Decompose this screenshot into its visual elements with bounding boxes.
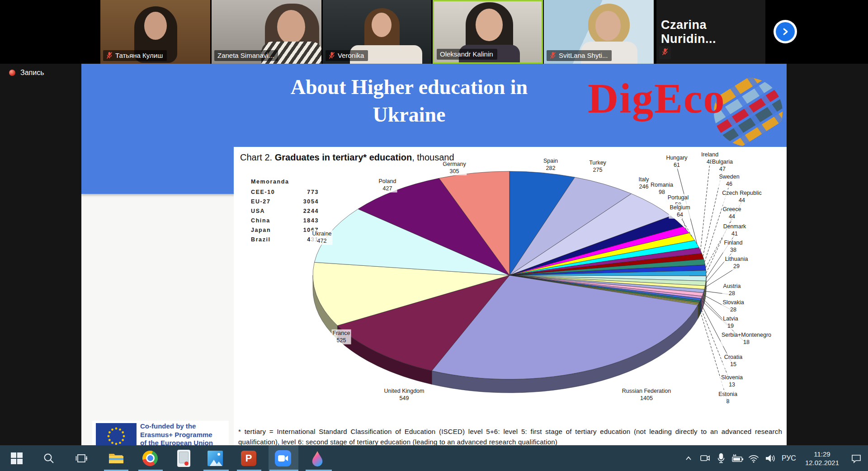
person-silhouette	[476, 9, 503, 41]
shared-presentation-slide: About Higher education in Ukraine	[81, 64, 787, 445]
participant-name-badge: Татьяна Кулиш	[103, 50, 167, 61]
pie-leader-line	[706, 202, 742, 268]
pie-leader-line	[704, 291, 732, 295]
record-dot-icon	[9, 70, 15, 76]
action-center-button[interactable]	[844, 445, 868, 471]
participant-name: SvitLana Shyti...	[559, 52, 608, 59]
tray-date: 12.02.2021	[805, 458, 839, 467]
pie-leader-line	[706, 235, 735, 278]
screen-recorder-taskbar-icon[interactable]	[173, 445, 194, 471]
participant-name: Zaneta Simanavi...	[217, 52, 274, 59]
pie-leader-line	[706, 218, 732, 273]
pie-leader-line	[705, 185, 730, 262]
pie-leader-line	[701, 163, 710, 250]
zoom-app-icon	[275, 450, 291, 466]
participant-name-badge: SvitLana Shyti...	[547, 50, 612, 61]
photos-icon	[208, 451, 223, 466]
file-explorer-taskbar-icon[interactable]	[105, 445, 127, 471]
paint3d-icon	[310, 450, 325, 466]
pie-leader-line	[703, 170, 722, 256]
chrome-icon	[142, 451, 158, 466]
tray-time: 11:29	[805, 450, 839, 458]
powerpoint-taskbar-icon[interactable]: P	[238, 445, 259, 471]
windows-taskbar: P	[0, 445, 868, 471]
muted-mic-icon	[106, 52, 113, 59]
zoom-taskbar-icon[interactable]	[272, 445, 294, 471]
zoom-meeting-window: Татьяна Кулиш Zaneta Simanavi... Veronik…	[0, 0, 868, 471]
eu-cofunded-block: Co-funded by the Erasmus+ Programme of t…	[92, 421, 229, 446]
tray-language-indicator[interactable]: РУС	[778, 454, 800, 462]
pie-leader-line	[701, 300, 746, 344]
eu-flag-icon	[96, 423, 137, 446]
tray-camera-icon[interactable]	[697, 445, 713, 471]
powerpoint-icon: P	[241, 451, 256, 466]
participant-name: Oleksandr Kalinin	[440, 50, 493, 58]
tray-battery-icon[interactable]	[729, 445, 745, 471]
search-icon	[43, 452, 55, 464]
task-view-button[interactable]	[71, 445, 92, 471]
tray-volume-icon[interactable]	[762, 445, 778, 471]
screen-recorder-icon	[177, 450, 190, 467]
pie-chart	[234, 147, 787, 446]
pie-leader-line	[703, 295, 734, 311]
tray-clock[interactable]: 11:29 12.02.2021	[800, 450, 844, 467]
digeco-logo: DigEco	[588, 70, 800, 147]
pie-leader-line	[700, 301, 733, 366]
participant-video-strip: Татьяна Кулиш Zaneta Simanavi... Veronik…	[0, 0, 868, 64]
person-silhouette	[277, 10, 305, 44]
search-button[interactable]	[38, 445, 60, 471]
next-participants-button[interactable]	[774, 20, 797, 43]
participant-name-badge: Oleksandr Kalinin	[437, 49, 497, 60]
pie-leader-line	[699, 303, 732, 386]
muted-mic-icon	[662, 48, 668, 56]
participant-name: Татьяна Кулиш	[115, 52, 163, 59]
person-silhouette	[595, 11, 621, 41]
pie-slice-side	[698, 302, 699, 317]
chrome-taskbar-icon[interactable]	[139, 445, 161, 471]
chart-footnote: * tertiary = International Standard Clas…	[238, 426, 782, 446]
person-silhouette	[144, 12, 167, 40]
windows-logo-icon	[11, 452, 23, 464]
slide-title: About Higher education in Ukraine	[190, 74, 628, 128]
tray-chevron-up-icon[interactable]	[680, 445, 697, 471]
file-explorer-icon	[108, 452, 123, 465]
start-button[interactable]	[6, 445, 28, 471]
participant-tile[interactable]: Zaneta Simanavi...	[212, 0, 321, 64]
participant-tile-active-speaker[interactable]: Oleksandr Kalinin	[433, 0, 543, 64]
muted-mic-icon	[550, 52, 556, 59]
recording-indicator: Запись	[9, 69, 44, 77]
pie-leader-line	[698, 305, 728, 403]
muted-mic-badge	[659, 46, 671, 59]
participant-name: Czarina Nuridin...	[661, 18, 765, 46]
muted-mic-icon	[329, 52, 335, 59]
photos-taskbar-icon[interactable]	[204, 445, 226, 471]
chevron-right-icon	[776, 22, 795, 41]
participant-name-badge: Zaneta Simanavi...	[214, 50, 278, 61]
person-silhouette	[372, 13, 392, 37]
recording-label: Запись	[20, 69, 44, 77]
participant-name: Veronika	[338, 52, 364, 59]
eu-cofunded-text: Co-funded by the Erasmus+ Programme of t…	[140, 422, 213, 446]
participant-tile[interactable]: Veronika	[323, 0, 431, 64]
task-view-icon	[75, 452, 87, 464]
participant-name-badge: Veronika	[326, 50, 368, 61]
participant-tile[interactable]: Татьяна Кулиш	[100, 0, 210, 64]
chart-panel: Chart 2. Graduates in tertiary* educatio…	[234, 147, 787, 446]
participant-tile[interactable]: SvitLana Shyti...	[544, 0, 654, 64]
participant-tile-camera-off[interactable]: Czarina Nuridin...	[656, 0, 765, 64]
tray-microphone-icon[interactable]	[713, 445, 729, 471]
tray-wifi-icon[interactable]	[745, 445, 762, 471]
pie-leader-line	[705, 268, 736, 287]
notification-icon	[851, 453, 862, 463]
system-tray: РУС 11:29 12.02.2021	[680, 445, 868, 471]
digeco-logo-text: DigEco	[588, 74, 725, 122]
paint3d-taskbar-icon[interactable]	[307, 445, 328, 471]
